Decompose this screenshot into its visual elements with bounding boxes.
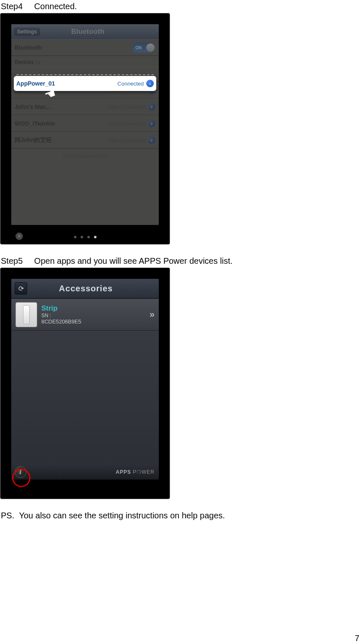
device-name: John's Mac… — [15, 104, 109, 110]
accessories-body: Strip SN : 8CDE5206B9E5 » — [11, 299, 159, 465]
bluetooth-title: Bluetooth — [19, 28, 156, 36]
dot — [81, 236, 83, 238]
device-name: WOO_iTwinkle — [15, 120, 109, 127]
apps-power-logo: APPS P❍WER — [116, 469, 155, 475]
devices-section-label: Devices — [11, 56, 159, 67]
bluetooth-header: Settings Bluetooth — [11, 24, 159, 39]
device-row[interactable]: WOO_iTwinkle Not Connected › — [11, 115, 159, 132]
step5-label: Step5 — [1, 256, 23, 265]
device-row[interactable]: 阿John的艾呸 Not Connected › — [11, 132, 159, 149]
page-dots — [0, 236, 170, 238]
bluetooth-switch[interactable]: ON — [132, 43, 155, 53]
popup-device-name: AppPower_01 — [16, 80, 117, 87]
device-row[interactable]: John's Mac… Not Connected › — [11, 98, 159, 115]
accessory-sn-label: SN : — [41, 313, 145, 318]
step4-text: Connected. — [34, 2, 77, 11]
device-status: Not Connected — [109, 121, 145, 127]
chevron-right-icon[interactable]: › — [148, 136, 155, 144]
device-name: 阿John的艾呸 — [15, 136, 109, 144]
accessory-row[interactable]: Strip SN : 8CDE5206B9E5 » — [11, 299, 159, 331]
logo-power: P❍WER — [133, 469, 155, 475]
bluetooth-toggle-row[interactable]: Bluetooth ON — [11, 39, 159, 56]
accessories-title: Accessories — [16, 284, 155, 293]
tablet-accessories: ⟳ Accessories Strip SN : 8CDE5206B9E5 » … — [0, 268, 170, 499]
accessories-footer: i APPS P❍WER — [11, 465, 159, 480]
switch-knob — [146, 43, 155, 52]
step4-line: Step4 Connected. — [0, 2, 361, 11]
accessory-info: Strip SN : 8CDE5206B9E5 — [41, 304, 145, 325]
spinner-icon — [36, 60, 40, 64]
red-highlight-ring — [12, 469, 31, 487]
ps-line: PS. You also can see the setting instruc… — [0, 511, 361, 520]
chevron-right-icon[interactable]: » — [150, 309, 155, 320]
page-number: 7 — [355, 634, 359, 643]
ps-text: You also can see the setting instruction… — [19, 511, 225, 520]
device-popup-row[interactable]: AppPower_01 Connected › — [14, 76, 156, 91]
bluetooth-body: Bluetooth ON Devices John's … Not Connec… — [11, 39, 159, 225]
chevron-right-icon[interactable]: › — [146, 80, 154, 87]
accessory-thumbnail — [15, 302, 37, 327]
chevron-right-icon[interactable]: › — [148, 120, 155, 127]
device-status: Not Connected — [109, 137, 145, 144]
tablet-bluetooth: Settings Bluetooth Bluetooth ON Devices … — [0, 13, 170, 245]
device-status: Not Connected — [109, 104, 145, 110]
devices-label-text: Devices — [15, 59, 33, 65]
accessories-header: ⟳ Accessories — [11, 279, 159, 299]
step4-label: Step4 — [1, 2, 23, 11]
bluetooth-toggle-label: Bluetooth — [15, 44, 132, 51]
accessory-name: Strip — [41, 304, 145, 313]
popup-device-status: Connected — [117, 81, 144, 87]
accessory-sn: 8CDE5206B9E5 — [41, 318, 145, 325]
step5-text: Open apps and you will see APPS Power de… — [34, 256, 233, 265]
ps-label: PS. — [1, 511, 14, 520]
dot — [74, 236, 76, 238]
accessories-screen: ⟳ Accessories Strip SN : 8CDE5206B9E5 » … — [11, 279, 159, 480]
bluetooth-screen: Settings Bluetooth Bluetooth ON Devices … — [11, 24, 159, 225]
logo-apps: APPS — [116, 469, 131, 475]
dot — [87, 236, 90, 238]
step5-line: Step5 Open apps and you will see APPS Po… — [0, 256, 361, 266]
discoverable-label: Now Discoverable — [11, 149, 159, 163]
strip-icon — [23, 305, 30, 324]
chevron-right-icon[interactable]: › — [148, 103, 155, 111]
switch-on-label: ON — [135, 45, 142, 50]
dot-active — [94, 236, 97, 238]
